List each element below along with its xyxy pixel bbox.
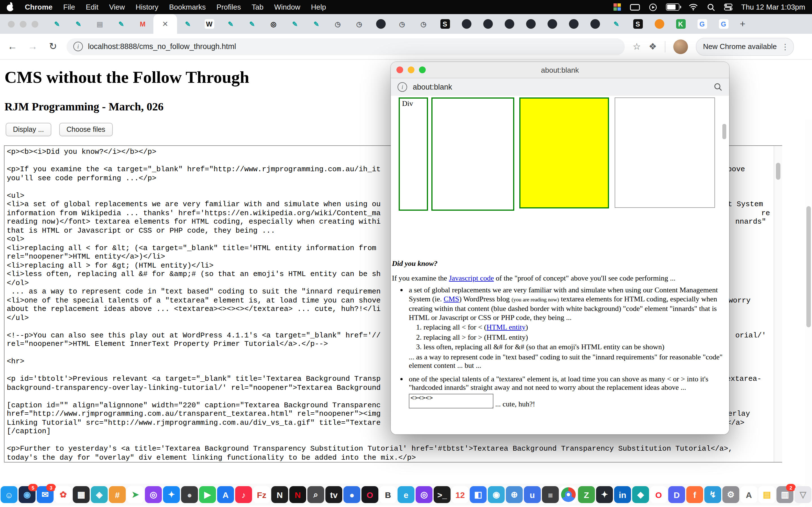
update-chrome-chip[interactable]: New Chrome available ⋮ bbox=[696, 38, 794, 55]
popup-titlebar[interactable]: about:blank bbox=[391, 62, 729, 78]
active-tab[interactable]: ✕ bbox=[153, 14, 177, 34]
menubar-item-profiles[interactable]: Profiles bbox=[216, 3, 241, 11]
forward-button[interactable]: → bbox=[25, 39, 41, 54]
javascript-code-link[interactable]: Javascript code bbox=[449, 274, 494, 282]
dock-icon-apple-tv[interactable]: tv bbox=[325, 486, 342, 503]
textarea-box-4[interactable] bbox=[615, 98, 715, 208]
dock-icon-mail[interactable]: ✉3 bbox=[37, 486, 54, 503]
tab-google-30[interactable]: G bbox=[691, 14, 713, 34]
spotlight-icon[interactable] bbox=[707, 3, 715, 11]
tab-pencil-6[interactable]: ✎ bbox=[177, 14, 199, 34]
dock-icon-chrome[interactable] bbox=[560, 486, 577, 503]
dock-icon-notes[interactable]: ▤ bbox=[758, 486, 775, 503]
dock-icon-preview[interactable]: ◈ bbox=[91, 486, 108, 503]
tab-github-22[interactable] bbox=[520, 14, 541, 34]
html-entity-link[interactable]: HTML entity bbox=[487, 323, 525, 331]
dock-icon-finder[interactable]: ☺ bbox=[1, 486, 17, 503]
tab-doc-2[interactable]: ▤ bbox=[89, 14, 110, 34]
menubar-item-chrome[interactable]: Chrome bbox=[25, 3, 52, 11]
dock-icon-app-dark[interactable]: ● bbox=[181, 486, 198, 503]
popup-site-info-icon[interactable]: i bbox=[398, 82, 407, 92]
dock-icon-firefox[interactable]: f bbox=[686, 486, 703, 503]
menubar-clock[interactable]: Thu 12 Mar 1:03pm bbox=[741, 3, 805, 11]
tab-kotlin-29[interactable]: K bbox=[670, 14, 691, 34]
tab-pencil-11[interactable]: ✎ bbox=[284, 14, 306, 34]
page-scrollbar[interactable] bbox=[805, 119, 812, 507]
display-button[interactable]: Display ... bbox=[6, 123, 51, 136]
dock-icon-music[interactable]: ♪ bbox=[235, 486, 252, 503]
dock-icon-app-dark-2[interactable]: ■ bbox=[542, 486, 559, 503]
dock-icon-edge[interactable]: e bbox=[398, 486, 414, 503]
dock-icon-calculator[interactable]: # bbox=[109, 486, 126, 503]
dock-icon-podcasts[interactable]: ◎ bbox=[145, 486, 162, 503]
cms-link[interactable]: CMS bbox=[444, 294, 459, 303]
menubar-item-window[interactable]: Window bbox=[274, 3, 301, 11]
menubar-item-edit[interactable]: Edit bbox=[86, 3, 98, 11]
dock-icon-discord[interactable]: D bbox=[668, 486, 685, 503]
tab-pencil-0[interactable]: ✎ bbox=[46, 14, 68, 34]
dock-icon-settings[interactable]: ⚙ bbox=[722, 486, 739, 503]
kebab-menu-icon[interactable]: ⋮ bbox=[781, 42, 789, 51]
textarea-scrollbar[interactable] bbox=[774, 146, 782, 462]
dock-icon-photo-booth[interactable]: ◉ bbox=[488, 486, 505, 503]
tab-clock-16[interactable]: ◷ bbox=[391, 14, 413, 34]
new-tab-button[interactable]: + bbox=[734, 14, 751, 34]
tab-pencil-1[interactable]: ✎ bbox=[68, 14, 89, 34]
dock-icon-app-blue[interactable]: ● bbox=[343, 486, 360, 503]
site-info-icon[interactable]: i bbox=[73, 42, 83, 51]
tab-pencil-9[interactable]: ✎ bbox=[241, 14, 263, 34]
tab-gmail-4[interactable]: M bbox=[132, 14, 153, 34]
extensions-icon[interactable]: ❖ bbox=[649, 41, 657, 52]
dock-icon-notion[interactable]: N bbox=[271, 486, 288, 503]
window-controls[interactable] bbox=[8, 21, 38, 27]
menubar-item-history[interactable]: History bbox=[136, 3, 158, 11]
dock-icon-opera-gx[interactable]: O bbox=[361, 486, 378, 503]
menubar-item-file[interactable]: File bbox=[63, 3, 75, 11]
dock-icon-spotlight-app[interactable]: ⌕ bbox=[307, 486, 324, 503]
dock-icon-zoom[interactable]: Z bbox=[578, 486, 595, 503]
dock-icon-app-store[interactable]: A bbox=[217, 486, 234, 503]
tab-wiki-7[interactable]: W bbox=[199, 14, 220, 34]
dock-icon-dictionary[interactable]: ⊕ bbox=[506, 486, 523, 503]
tab-target-10[interactable]: ◎ bbox=[263, 14, 284, 34]
menubar-item-view[interactable]: View bbox=[109, 3, 125, 11]
tab-github-25[interactable] bbox=[584, 14, 606, 34]
textarea-scrollbar-thumb[interactable] bbox=[776, 163, 780, 180]
bookmark-star-icon[interactable]: ☆ bbox=[633, 41, 641, 52]
tab-github-24[interactable] bbox=[563, 14, 584, 34]
dock-icon-safari[interactable]: ✦ bbox=[163, 486, 180, 503]
battery-icon[interactable] bbox=[666, 3, 679, 11]
dock-icon-facetime[interactable]: ▶ bbox=[199, 486, 216, 503]
wifi-icon[interactable] bbox=[688, 3, 698, 11]
control-center-icon[interactable] bbox=[724, 3, 732, 11]
close-tab-icon[interactable]: ✕ bbox=[162, 20, 168, 28]
tab-pencil-26[interactable]: ✎ bbox=[606, 14, 627, 34]
dock-icon-opera[interactable]: O bbox=[650, 486, 667, 503]
tab-github-19[interactable] bbox=[456, 14, 477, 34]
apple-menu-icon[interactable] bbox=[7, 3, 14, 11]
dock-icon-textedit[interactable]: A bbox=[741, 486, 757, 503]
menubar-item-bookmarks[interactable]: Bookmarks bbox=[169, 3, 206, 11]
dock-icon-photos[interactable]: ✿ bbox=[55, 486, 71, 503]
back-button[interactable]: ← bbox=[4, 39, 20, 54]
tab-clock-14[interactable]: ◷ bbox=[349, 14, 370, 34]
tab-github-15[interactable] bbox=[370, 14, 391, 34]
omnibox[interactable]: i localhost:8888/cms_no_follow_through.h… bbox=[66, 38, 625, 55]
dock-icon-podcasts-alt[interactable]: ◎ bbox=[416, 486, 433, 503]
menubar-item-tab[interactable]: Tab bbox=[252, 3, 264, 11]
popup-url-text[interactable]: about:blank bbox=[413, 83, 708, 91]
dock-icon-trash[interactable]: ▽ bbox=[795, 486, 811, 503]
tab-google-31[interactable]: G bbox=[713, 14, 734, 34]
dock-icon-bear[interactable]: B bbox=[379, 486, 396, 503]
dock-icon-app-bolt[interactable]: ↯ bbox=[704, 486, 721, 503]
dock-icon-calendar[interactable]: 12 bbox=[452, 486, 469, 503]
tab-pencil-12[interactable]: ✎ bbox=[306, 14, 327, 34]
play-pause-icon[interactable] bbox=[649, 3, 657, 11]
choose-files-button[interactable]: Choose files bbox=[59, 123, 113, 136]
tab-pencil-3[interactable]: ✎ bbox=[110, 14, 132, 34]
menubar-app-icon[interactable] bbox=[613, 3, 620, 11]
dock-icon-siri[interactable]: ◉5 bbox=[18, 486, 36, 503]
page-scrollbar-thumb[interactable] bbox=[806, 206, 811, 327]
tab-clock-17[interactable]: ◷ bbox=[413, 14, 434, 34]
tab-github-20[interactable] bbox=[477, 14, 499, 34]
